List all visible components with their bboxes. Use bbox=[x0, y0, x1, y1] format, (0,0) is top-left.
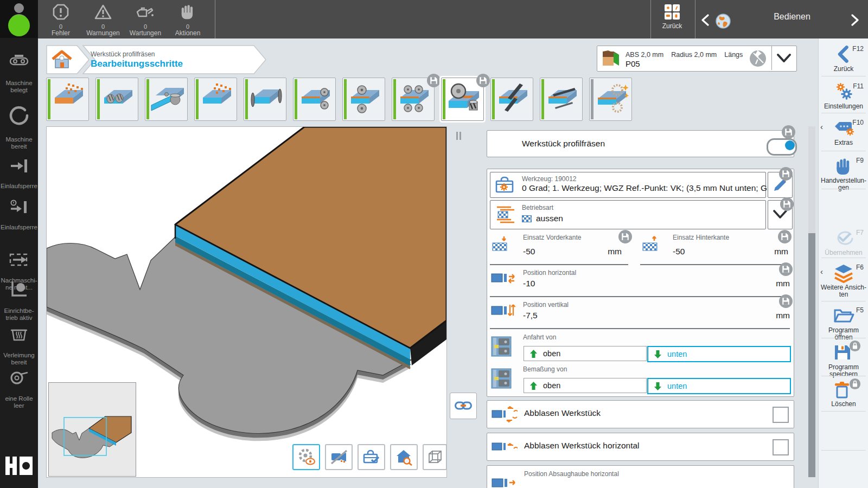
collapse-chevron[interactable]: ‹ bbox=[820, 122, 823, 131]
fkey-weitere-ansichten[interactable]: ‹ F6 Weitere Ansich- ten bbox=[819, 262, 868, 297]
viewport-3d[interactable] bbox=[46, 126, 447, 478]
fkey-handverstellungen[interactable]: F9 Handverstellun- gen bbox=[819, 156, 868, 188]
status-einrichtbetrieb: Einrichtbe- trieb aktiv bbox=[0, 273, 38, 322]
fkey-programm-oeffnen[interactable]: F5 Programm öffnen bbox=[819, 305, 868, 338]
splitter-handle[interactable] bbox=[459, 132, 461, 140]
page-title: Bedienen bbox=[749, 12, 835, 22]
splitter-handle[interactable] bbox=[456, 132, 458, 140]
feature-toggle[interactable] bbox=[767, 138, 797, 156]
fkey-programm-speichern[interactable]: Programm speichern bbox=[819, 342, 868, 376]
fkey-uebernehmen[interactable]: F7 Übernehmen bbox=[819, 228, 868, 258]
home-zoom-icon bbox=[395, 448, 413, 466]
status-label: Maschine bereit bbox=[5, 136, 32, 150]
glue-pot-icon bbox=[10, 326, 28, 342]
save-badge-icon bbox=[779, 262, 793, 276]
panel-scrollbar-thumb[interactable] bbox=[808, 233, 815, 477]
abblasen-checkbox[interactable] bbox=[773, 407, 789, 423]
fkey-einstellungen[interactable]: F11 Einstellungen bbox=[819, 81, 868, 113]
fkey-label: F11 bbox=[853, 82, 864, 90]
betriebsart-field[interactable]: Betriebsart aussen bbox=[490, 200, 766, 229]
position-horizontal-value[interactable]: -10 bbox=[523, 279, 535, 288]
error-octagon-icon bbox=[52, 3, 69, 21]
globe-icon[interactable] bbox=[715, 13, 731, 29]
material-dropdown-chevron[interactable] bbox=[776, 53, 792, 64]
fkey-caption: Löschen bbox=[819, 401, 868, 408]
unit-label: mm bbox=[767, 279, 790, 288]
user-status[interactable] bbox=[0, 0, 38, 38]
status-actions[interactable]: 0 Aktionen bbox=[166, 3, 209, 37]
home-view-button[interactable] bbox=[390, 444, 418, 470]
anfahrt-von-icon bbox=[491, 336, 512, 357]
roll-icon bbox=[9, 369, 29, 386]
abblasen-horizontal-card: Abblasen Werkstück horizontal bbox=[487, 433, 794, 461]
abblasen-horizontal-checkbox[interactable] bbox=[773, 439, 789, 455]
pin-disabled-icon[interactable] bbox=[749, 50, 767, 67]
unit-label: mm bbox=[765, 247, 788, 256]
status-einlaufsperre-1: Einlaufsperre bbox=[0, 152, 38, 190]
step-trim-rollers[interactable] bbox=[342, 78, 385, 121]
camera-off-button[interactable] bbox=[325, 444, 353, 470]
werkzeug-label: Werkzeug: 190012 bbox=[522, 175, 577, 183]
arrow-up-green-icon bbox=[529, 381, 538, 390]
fkey-extras[interactable]: ‹ F10 Extras bbox=[819, 118, 868, 150]
status-warnings[interactable]: 0 Warnungen bbox=[81, 3, 125, 37]
cube-icon bbox=[427, 449, 443, 465]
step-buffing[interactable] bbox=[589, 78, 632, 121]
topbar-separator bbox=[215, 0, 215, 38]
breadcrumb-parent[interactable]: Werkstück profilfräsen bbox=[91, 50, 155, 58]
step-four-rollers[interactable] bbox=[392, 78, 435, 121]
step-pressure-discs[interactable] bbox=[244, 78, 286, 121]
dashboard-back-button[interactable]: Zurück bbox=[650, 3, 694, 30]
anfahrt-unten-option-selected[interactable]: unten bbox=[647, 346, 791, 362]
step-flat-scraper[interactable] bbox=[540, 78, 583, 121]
absaughaube-label: Position Absaughaube horizontal bbox=[524, 470, 619, 478]
rotate-icon bbox=[8, 105, 30, 126]
bemassung-unten-option-selected[interactable]: unten bbox=[647, 378, 791, 394]
status-maintenance[interactable]: 0 Wartungen bbox=[124, 3, 167, 37]
arrow-down-green-icon bbox=[654, 382, 662, 391]
link-values-button[interactable] bbox=[450, 393, 477, 419]
anfahrt-von-label: Anfahrt von bbox=[523, 333, 556, 341]
betriebsart-value: aussen bbox=[536, 214, 563, 223]
field-underline bbox=[640, 264, 790, 265]
camera-off-icon bbox=[330, 449, 348, 465]
arrow-stop-icon bbox=[10, 159, 28, 173]
step-glue-rollers[interactable] bbox=[95, 78, 138, 121]
cube-view-button[interactable] bbox=[423, 444, 447, 470]
step-spray-edge[interactable] bbox=[194, 78, 237, 121]
einsatz-vorderkante-label: Einsatz Vorderkante bbox=[523, 234, 581, 241]
material-bar[interactable]: ABS 2,0 mmRadius 2,0 mmLängs P05 bbox=[597, 46, 797, 72]
toolbox-check-button[interactable] bbox=[358, 444, 385, 470]
save-badge-icon bbox=[780, 197, 794, 211]
status-label: Maschine belegt bbox=[5, 80, 32, 93]
step-profilfraesen-selected[interactable] bbox=[441, 78, 484, 121]
fkey-caption: Extras bbox=[819, 139, 868, 146]
anfahrt-oben-option[interactable]: oben bbox=[524, 346, 647, 361]
show-tool-button[interactable] bbox=[292, 444, 320, 470]
save-badge-icon bbox=[618, 230, 632, 243]
collapse-chevron[interactable]: ‹ bbox=[820, 267, 823, 276]
nav-prev-icon[interactable] bbox=[701, 14, 710, 26]
fkey-zurueck[interactable]: F12 Zurück bbox=[819, 44, 868, 75]
error-label: Fehler bbox=[39, 30, 82, 37]
warning-triangle-icon bbox=[94, 3, 112, 21]
werkzeug-field[interactable]: Werkzeug: 190012 0 Grad; 1. Werkzeug; WG… bbox=[490, 172, 766, 198]
einsatz-hinterkante-value[interactable]: -50 bbox=[673, 247, 685, 256]
bemassung-oben-option[interactable]: oben bbox=[524, 378, 647, 393]
field-underline bbox=[490, 328, 790, 329]
minimap[interactable] bbox=[48, 382, 136, 477]
topbar: 0 Fehler 0 Warnungen 0 Wartungen bbox=[38, 0, 868, 38]
fkey-label: F7 bbox=[856, 229, 864, 236]
step-scraper[interactable] bbox=[490, 78, 533, 121]
einsatz-vorderkante-value[interactable]: -50 bbox=[523, 247, 535, 256]
step-edge-rollers[interactable] bbox=[293, 78, 336, 121]
status-errors[interactable]: 0 Fehler bbox=[39, 3, 82, 37]
nav-next-icon[interactable] bbox=[851, 14, 859, 26]
position-vertikal-value[interactable]: -7,5 bbox=[523, 311, 538, 320]
betriebsart-label: Betriebsart bbox=[522, 204, 553, 211]
status-label: Einlaufsperre bbox=[1, 224, 37, 230]
panel-scrollbar[interactable] bbox=[808, 126, 815, 477]
step-spray-top[interactable] bbox=[46, 78, 89, 121]
step-edge-feed[interactable] bbox=[145, 78, 188, 121]
fkey-loeschen[interactable]: Löschen bbox=[819, 380, 868, 410]
